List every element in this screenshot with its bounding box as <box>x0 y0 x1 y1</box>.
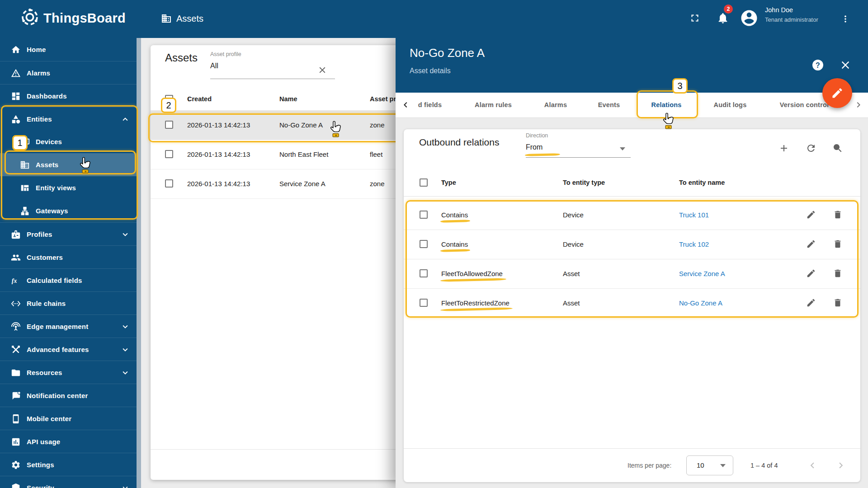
direction-caret-icon <box>620 147 625 150</box>
entity-link[interactable]: Service Zone A <box>679 259 725 288</box>
edit-relation-icon[interactable] <box>806 210 816 220</box>
row-checkbox[interactable] <box>420 240 428 248</box>
notification-count-badge: 2 <box>724 5 733 14</box>
pencil-icon <box>831 87 844 99</box>
chevron-down-icon <box>120 483 130 488</box>
entity-link[interactable]: No-Go Zone A <box>679 288 722 318</box>
sidebar-item-rule-chains[interactable]: Rule chains <box>0 291 137 315</box>
row-checkbox[interactable] <box>165 150 173 158</box>
delete-relation-icon[interactable] <box>833 239 843 249</box>
tab-alarms[interactable]: Alarms <box>544 93 567 117</box>
delete-relation-icon[interactable] <box>833 210 843 220</box>
relations-card: Outbound relations Direction From Type ↑… <box>404 129 860 482</box>
add-relation-icon[interactable] <box>778 143 789 154</box>
select-all-relations-checkbox[interactable] <box>420 178 428 187</box>
sidebar-item-advanced-features[interactable]: Advanced features <box>0 338 137 361</box>
select-caret-icon <box>720 464 726 467</box>
sidebar-scrollbar[interactable] <box>137 38 141 488</box>
column-name[interactable]: Name <box>279 88 297 110</box>
device-icon <box>20 137 30 147</box>
row-checkbox[interactable] <box>420 299 428 307</box>
entity-link[interactable]: Truck 102 <box>679 230 709 259</box>
next-page-icon[interactable] <box>835 460 847 471</box>
assets-table-title: Assets <box>165 52 198 64</box>
home-icon <box>11 45 21 55</box>
details-title: No-Go Zone A <box>410 46 485 60</box>
edit-relation-icon[interactable] <box>806 239 816 249</box>
sidebar-item-entity-views[interactable]: Entity views <box>0 176 137 199</box>
relations-table-header: Type ↑ To entity type To entity name <box>404 169 860 197</box>
refresh-icon[interactable] <box>806 143 816 154</box>
sidebar-item-devices[interactable]: Devices <box>0 130 137 153</box>
tab-calculated-fields-partial[interactable]: d fields <box>418 93 442 117</box>
delete-relation-icon[interactable] <box>833 298 843 308</box>
sidebar-item-edge-management[interactable]: Edge management <box>0 314 137 338</box>
asset-profile-filter-value[interactable]: All <box>210 62 218 70</box>
edit-fab-button[interactable] <box>822 78 852 108</box>
tab-audit-logs[interactable]: Audit logs <box>714 93 747 117</box>
row-checkbox[interactable] <box>420 211 428 219</box>
sidebar-item-alarms[interactable]: Alarms <box>0 61 137 84</box>
column-to-entity-name[interactable]: To entity name <box>679 169 725 196</box>
sidebar-item-settings[interactable]: Settings <box>0 453 137 476</box>
thingsboard-logo-icon <box>20 7 40 27</box>
sidebar-item-resources[interactable]: Resources <box>0 361 137 384</box>
antenna-icon <box>11 322 21 332</box>
shield-icon <box>11 483 21 488</box>
tabs-scroll-left-icon[interactable] <box>400 99 411 110</box>
fullscreen-icon[interactable] <box>689 12 701 24</box>
previous-page-icon[interactable] <box>807 460 818 471</box>
delete-relation-icon[interactable] <box>833 268 843 278</box>
search-icon[interactable] <box>832 143 843 154</box>
column-to-entity-type[interactable]: To entity type <box>563 169 605 196</box>
relation-row-truck-102[interactable]: Contains Device Truck 102 <box>404 230 860 259</box>
row-checkbox[interactable] <box>165 121 173 129</box>
help-icon[interactable]: ? <box>811 59 824 71</box>
tab-alarm-rules[interactable]: Alarm rules <box>475 93 512 117</box>
tab-events[interactable]: Events <box>598 93 620 117</box>
buildings-icon <box>20 160 30 170</box>
sidebar-item-security[interactable]: Security <box>0 476 137 488</box>
page-range-label: 1 – 4 of 4 <box>750 449 778 482</box>
direction-label: Direction <box>526 132 548 139</box>
edit-relation-icon[interactable] <box>806 268 816 278</box>
people-icon <box>11 253 21 263</box>
chevron-down-icon <box>120 345 130 355</box>
tab-relations[interactable]: Relations <box>651 93 681 117</box>
edit-relation-icon[interactable] <box>806 298 816 308</box>
sidebar-item-customers[interactable]: Customers <box>0 245 137 269</box>
items-per-page-label: Items per page: <box>627 449 671 482</box>
smartphone-icon <box>11 414 21 424</box>
page-size-select[interactable]: 10 <box>686 455 733 475</box>
kebab-menu-icon[interactable] <box>841 13 850 25</box>
tabs-scroll-right-icon[interactable] <box>853 99 864 110</box>
assets-page-icon <box>161 13 172 24</box>
row-checkbox[interactable] <box>165 179 173 188</box>
direction-select[interactable]: From <box>526 143 542 151</box>
page-title: Assets <box>176 14 203 24</box>
sidebar-item-dashboards[interactable]: Dashboards <box>0 84 137 108</box>
tab-version-control[interactable]: Version control <box>780 93 829 117</box>
details-subtitle: Asset details <box>410 67 451 75</box>
sidebar-item-home[interactable]: Home <box>0 38 137 61</box>
user-avatar[interactable] <box>740 9 759 28</box>
relation-row-no-go-zone-a[interactable]: FleetToRestrictedZone Asset No-Go Zone A <box>404 288 860 318</box>
select-all-checkbox[interactable] <box>165 95 173 103</box>
sort-asc-icon: ↑ <box>441 169 444 196</box>
sidebar-item-api-usage[interactable]: API usage <box>0 430 137 453</box>
relation-row-truck-101[interactable]: Contains Device Truck 101 <box>404 200 860 230</box>
row-checkbox[interactable] <box>420 269 428 277</box>
relation-row-service-zone-a[interactable]: FleetToAllowedZone Asset Service Zone A <box>404 259 860 289</box>
sidebar-item-mobile-center[interactable]: Mobile center <box>0 407 137 430</box>
entity-link[interactable]: Truck 101 <box>679 200 709 230</box>
sidebar-item-profiles[interactable]: Profiles <box>0 222 137 246</box>
clear-filter-icon[interactable] <box>317 65 327 75</box>
sidebar-item-entities[interactable]: Entities <box>0 107 137 131</box>
sidebar-item-gateways[interactable]: Gateways <box>0 199 137 222</box>
sidebar-item-notification-center[interactable]: Notification center <box>0 384 137 407</box>
relations-pagination: Items per page: 10 1 – 4 of 4 <box>404 448 860 482</box>
sidebar-item-calculated-fields[interactable]: fx Calculated fields <box>0 268 137 292</box>
sidebar-item-assets[interactable]: Assets <box>0 153 137 176</box>
notifications-bell-icon[interactable] <box>717 12 729 24</box>
close-icon[interactable] <box>839 59 852 71</box>
